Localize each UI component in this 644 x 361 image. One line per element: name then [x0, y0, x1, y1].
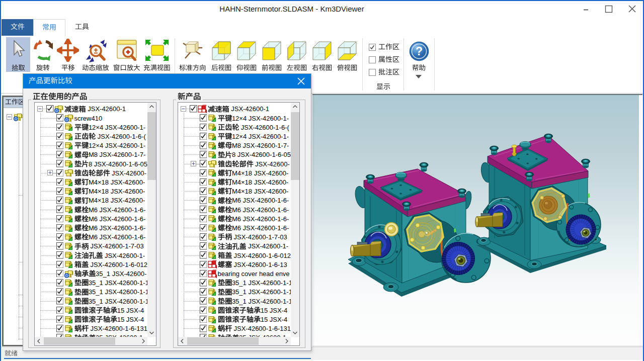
svg-text:?: ?: [416, 45, 423, 58]
